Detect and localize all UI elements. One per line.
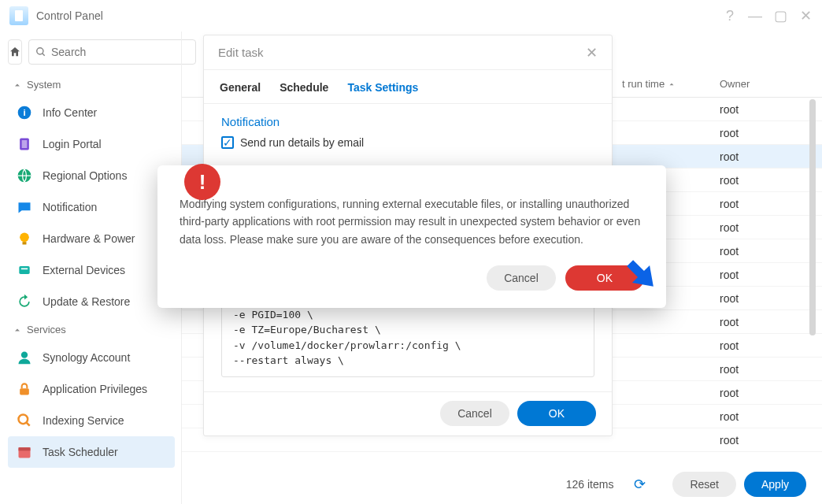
- svg-rect-5: [22, 140, 28, 148]
- sidebar-item-label: Regional Options: [43, 169, 127, 182]
- minimize-icon[interactable]: —: [748, 9, 762, 23]
- search-input[interactable]: [51, 46, 189, 58]
- scrollbar[interactable]: [809, 99, 816, 461]
- cell-owner: root: [712, 434, 798, 447]
- dialog-title: Edit task: [218, 46, 264, 59]
- dialog-close-button[interactable]: ✕: [586, 44, 598, 61]
- cell-owner: root: [712, 363, 798, 376]
- sidebar-item-label: Info Center: [43, 106, 97, 119]
- sidebar-item-regional-options[interactable]: Regional Options: [8, 160, 175, 191]
- section-system[interactable]: System: [8, 72, 175, 97]
- apply-button[interactable]: Apply: [744, 472, 806, 497]
- svg-rect-10: [21, 269, 28, 270]
- dialog-footer: Cancel OK: [204, 391, 612, 435]
- search-index-icon: [17, 413, 32, 428]
- sidebar-item-notification[interactable]: Notification: [8, 191, 175, 223]
- svg-text:i: i: [23, 107, 25, 117]
- sidebar-item-update-restore[interactable]: Update & Restore: [8, 286, 175, 317]
- calendar-icon: [17, 444, 32, 460]
- sidebar-item-external-devices[interactable]: External Devices: [8, 254, 175, 286]
- sort-asc-icon: [668, 80, 676, 88]
- sidebar-item-label: Synology Account: [43, 351, 130, 364]
- tab-schedule[interactable]: Schedule: [280, 81, 328, 103]
- home-button[interactable]: [8, 39, 22, 65]
- col-header-owner[interactable]: Owner: [712, 78, 798, 90]
- home-icon: [9, 46, 21, 58]
- notification-section-title: Notification: [221, 115, 594, 128]
- send-email-label: Send run details by email: [240, 136, 364, 149]
- cell-owner: root: [712, 387, 798, 399]
- section-label: Services: [27, 324, 66, 335]
- send-email-checkbox-row[interactable]: ✓ Send run details by email: [221, 136, 594, 149]
- sidebar-item-label: Indexing Service: [43, 414, 124, 427]
- tab-task-settings[interactable]: Task Settings: [347, 81, 418, 103]
- reset-button[interactable]: Reset: [672, 472, 736, 497]
- tab-general[interactable]: General: [220, 81, 261, 103]
- user-icon: [17, 350, 32, 365]
- warning-mark: !: [199, 170, 206, 195]
- svg-line-14: [27, 423, 30, 426]
- svg-rect-12: [20, 388, 29, 395]
- sidebar-item-label: Login Portal: [43, 138, 102, 150]
- sidebar-item-info-center[interactable]: iInfo Center: [8, 97, 175, 128]
- section-label: System: [27, 79, 61, 91]
- refresh-button[interactable]: ⟳: [631, 472, 649, 496]
- cell-owner: root: [712, 245, 798, 258]
- sidebar-item-label: Notification: [43, 201, 97, 213]
- globe-icon: [17, 168, 32, 183]
- svg-line-1: [43, 54, 45, 56]
- maximize-icon[interactable]: ▢: [773, 9, 787, 23]
- warning-dialog: Modifying system configurations, running…: [157, 165, 666, 308]
- cell-owner: root: [712, 410, 798, 423]
- sidebar-item-label: Hardware & Power: [43, 232, 135, 245]
- cell-owner: root: [712, 174, 798, 187]
- dialog-header: Edit task ✕: [204, 35, 612, 70]
- sidebar-item-label: External Devices: [43, 264, 125, 276]
- door-icon: [17, 136, 32, 152]
- dialog-tabs: General Schedule Task Settings: [204, 70, 612, 104]
- sidebar-item-label: Update & Restore: [43, 295, 130, 308]
- warning-actions: Cancel OK: [180, 265, 644, 291]
- col-header-runtime[interactable]: t run time: [617, 78, 712, 90]
- device-icon: [17, 262, 32, 278]
- sidebar-item-task-scheduler[interactable]: Task Scheduler: [8, 436, 175, 468]
- sidebar-item-indexing-service[interactable]: Indexing Service: [8, 405, 175, 436]
- sidebar-item-label: Task Scheduler: [43, 446, 118, 458]
- svg-point-0: [37, 48, 43, 54]
- warning-text: Modifying system configurations, running…: [180, 195, 644, 248]
- window-title: Control Panel: [36, 9, 103, 22]
- edit-ok-button[interactable]: OK: [517, 401, 596, 426]
- search-icon: [35, 46, 46, 57]
- cell-owner: root: [712, 339, 798, 352]
- close-icon[interactable]: ✕: [798, 9, 813, 23]
- svg-rect-16: [19, 447, 31, 450]
- sidebar-item-synology-account[interactable]: Synology Account: [8, 342, 175, 373]
- svg-point-11: [21, 352, 28, 358]
- sidebar-item-hardware-power[interactable]: Hardware & Power: [8, 223, 175, 254]
- bulb-icon: [17, 231, 32, 246]
- lock-icon: [17, 381, 32, 397]
- edit-cancel-button[interactable]: Cancel: [440, 401, 509, 426]
- cell-owner: root: [712, 150, 798, 163]
- search-box[interactable]: [28, 39, 196, 65]
- cell-owner: root: [712, 269, 798, 281]
- chevron-up-icon: [13, 325, 22, 335]
- items-count: 126 items: [566, 478, 614, 491]
- title-bar: Control Panel ? — ▢ ✕: [0, 0, 822, 32]
- warning-icon: !: [184, 164, 220, 200]
- sidebar-item-application-privileges[interactable]: Application Privileges: [8, 373, 175, 405]
- info-icon: i: [17, 105, 32, 120]
- svg-rect-8: [23, 242, 27, 244]
- content-footer: 126 items ⟳ Reset Apply: [182, 465, 822, 504]
- section-services[interactable]: Services: [8, 317, 175, 342]
- cell-owner: root: [712, 103, 798, 116]
- help-icon[interactable]: ?: [723, 9, 737, 23]
- checkbox-checked-icon[interactable]: ✓: [221, 136, 234, 149]
- svg-rect-9: [19, 266, 29, 274]
- app-icon: [9, 6, 28, 25]
- scroll-thumb[interactable]: [809, 99, 816, 335]
- sidebar-item-login-portal[interactable]: Login Portal: [8, 128, 175, 160]
- cell-owner: root: [712, 221, 798, 234]
- col-owner-label: Owner: [720, 78, 750, 90]
- warn-cancel-button[interactable]: Cancel: [487, 265, 556, 291]
